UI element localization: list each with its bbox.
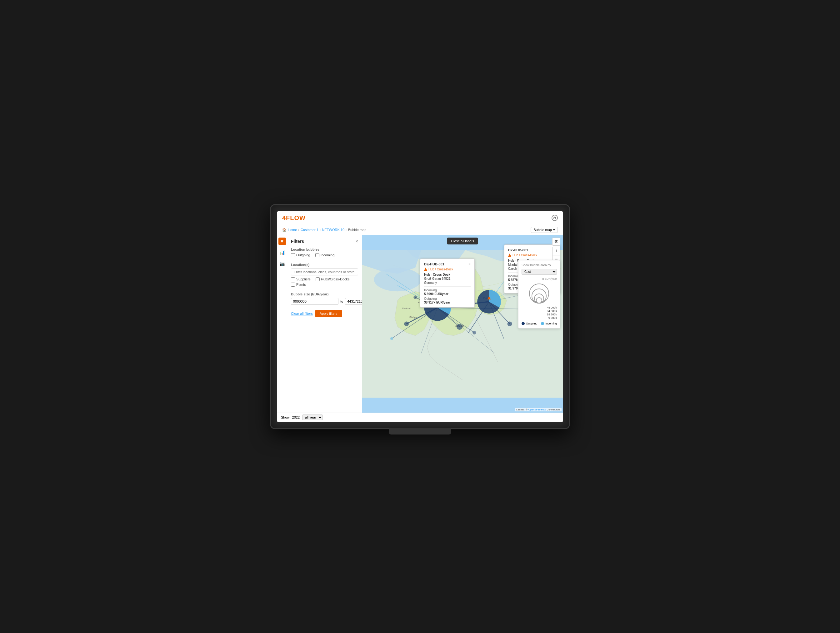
monitor: 4FLOW ⏱ 🏠 Home › Customer 1 › NETWORK 10… — [270, 204, 570, 429]
screen: 4FLOW ⏱ 🏠 Home › Customer 1 › NETWORK 10… — [277, 211, 563, 422]
hubs-checkbox[interactable] — [316, 277, 320, 281]
sidebar: ▼ 📊 📷 — [277, 235, 287, 413]
legend-dots: Outgoing Incoming — [521, 322, 557, 325]
view-selector[interactable]: Bubble map ▾ — [531, 227, 558, 233]
legend-unit-label: in EUR/year — [521, 277, 557, 280]
popup-de-type: Hub / Cross-Dock — [424, 267, 471, 271]
filter-header: Filters × — [291, 239, 358, 244]
outgoing-checkbox[interactable] — [291, 253, 295, 257]
breadcrumb-current: Bubble map — [348, 228, 366, 232]
legend-value-3: 18 200k — [547, 313, 557, 316]
range-to-label: to — [340, 299, 343, 303]
outgoing-checkbox-row[interactable]: Outgoing — [291, 253, 310, 257]
layers-icon — [554, 239, 559, 244]
show-label: Show — [281, 415, 290, 419]
legend-value-4: 9 300k — [548, 316, 557, 320]
app-logo: 4FLOW — [282, 214, 306, 222]
clock-icon[interactable]: ⏱ — [551, 215, 558, 221]
popup-de-country: Germany — [424, 281, 471, 285]
svg-point-35 — [414, 295, 417, 299]
svg-point-38 — [507, 321, 512, 326]
location-type-checkboxes: Suppliers Hubs/Cross-Docks — [291, 277, 358, 283]
legend-show-bubble-label: Show bubble area by — [521, 264, 557, 267]
filter-title: Filters — [291, 239, 304, 244]
location-bubbles-section: Location bubbles Outgoing Incoming — [291, 248, 358, 258]
map-controls: + − — [552, 237, 560, 263]
period-select[interactable]: all year — [302, 415, 323, 420]
popup-cz-type: Hub / Cross-Dock — [508, 253, 556, 257]
svg-text:Frankfurt: Frankfurt — [402, 307, 411, 309]
incoming-dot-item: Incoming — [541, 322, 557, 325]
popup-de-address: Groß-Gerau 64521 — [424, 277, 471, 280]
popup-cz-header: CZ-HUB-001 × — [508, 248, 556, 252]
outgoing-legend-label: Outgoing — [526, 322, 537, 325]
breadcrumb-network[interactable]: NETWORK 10 — [322, 228, 345, 232]
legend-labels: 45 000k 34 300k 18 200k 9 300k — [521, 306, 557, 320]
map-layers-button[interactable] — [552, 237, 560, 246]
legend-value-1: 45 000k — [547, 306, 557, 309]
filter-actions: Clear all filters Apply filters — [291, 310, 358, 317]
apply-filters-button[interactable]: Apply filters — [315, 310, 342, 317]
app-header: 4FLOW ⏱ — [277, 211, 563, 225]
clear-filters-button[interactable]: Clear all filters — [291, 310, 313, 317]
sidebar-camera-icon[interactable]: 📷 — [278, 260, 286, 267]
chevron-down-icon: ▾ — [553, 228, 555, 232]
suppliers-label: Suppliers — [296, 277, 311, 281]
locations-section: Location(s) Suppliers Hubs/Cross-Docks — [291, 263, 358, 288]
legend-circles — [521, 282, 557, 304]
incoming-checkbox[interactable] — [315, 253, 319, 257]
bubble-size-max[interactable] — [345, 298, 362, 305]
close-all-labels-button[interactable]: Close all labels — [447, 237, 478, 244]
header-right: ⏱ — [551, 215, 558, 221]
bubble-area-select[interactable]: Cost — [521, 269, 557, 275]
hubs-checkbox-row[interactable]: Hubs/Cross-Docks — [316, 277, 350, 281]
osm-link[interactable]: OpenStreetMap — [529, 408, 546, 411]
popup-de-outgoing-value: 38 917k EUR/year — [424, 301, 471, 304]
bubble-size-min[interactable] — [291, 298, 338, 305]
plants-checkbox[interactable] — [291, 283, 295, 286]
svg-point-39 — [472, 331, 476, 334]
outgoing-dot — [521, 322, 525, 325]
bottom-bar: Show 2022 all year — [277, 413, 563, 422]
sidebar-filter-icon[interactable]: ▼ — [278, 237, 286, 245]
outgoing-dot-item: Outgoing — [521, 322, 537, 325]
breadcrumb-customer[interactable]: Customer 1 — [301, 228, 319, 232]
popup-de-id: DE-HUB-001 — [424, 262, 444, 266]
filter-close-button[interactable]: × — [355, 239, 358, 244]
location-bubbles-checkboxes: Outgoing Incoming — [291, 253, 358, 258]
suppliers-checkbox[interactable] — [291, 277, 295, 281]
location-input[interactable] — [291, 269, 358, 275]
bubble-size-label: Bubble size (EUR/year) — [291, 292, 358, 296]
popup-de-name: Hub - Cross Dock — [424, 273, 471, 276]
popup-de-incoming-value: 5 399k EUR/year — [424, 292, 471, 296]
location-bubbles-label: Location bubbles — [291, 248, 358, 251]
outgoing-label: Outgoing — [296, 253, 310, 257]
incoming-legend-label: Incoming — [545, 322, 557, 325]
plants-checkbox-row[interactable]: Plants — [291, 283, 306, 286]
popup-de-incoming-label: Incoming — [424, 288, 471, 292]
legend-panel: Show bubble area by Cost in EUR/year 45 … — [518, 260, 560, 329]
svg-point-40 — [390, 337, 393, 340]
locations-label: Location(s) — [291, 263, 358, 267]
popup-cz-id: CZ-HUB-001 — [508, 248, 528, 252]
incoming-dot — [541, 322, 544, 325]
map-area[interactable]: Bremen Hannover Leipzig Praha München Fr… — [362, 235, 563, 413]
filter-panel: Filters × Location bubbles Outgoing Inco… — [287, 235, 362, 413]
suppliers-checkbox-row[interactable]: Suppliers — [291, 277, 311, 281]
incoming-checkbox-row[interactable]: Incoming — [315, 253, 335, 257]
breadcrumb: 🏠 Home › Customer 1 › NETWORK 10 › Bubbl… — [282, 228, 366, 232]
legend-circle-4 — [536, 297, 542, 304]
bubble-size-range: to — [291, 298, 358, 305]
popup-de-header: DE-HUB-001 × — [424, 262, 471, 266]
breadcrumb-home[interactable]: Home — [288, 228, 297, 232]
svg-point-34 — [404, 321, 409, 326]
view-selector-label: Bubble map — [534, 228, 552, 232]
zoom-in-button[interactable]: + — [552, 247, 560, 255]
popup-de-close-button[interactable]: × — [469, 262, 471, 266]
incoming-label: Incoming — [321, 253, 335, 257]
year-value: 2022 — [292, 415, 300, 419]
sidebar-chart-icon[interactable]: 📊 — [278, 249, 286, 256]
plants-label: Plants — [296, 283, 306, 286]
popup-de-hub: DE-HUB-001 × Hub / Cross-Dock Hub - Cros… — [420, 258, 475, 308]
hubs-label: Hubs/Cross-Docks — [321, 277, 350, 281]
